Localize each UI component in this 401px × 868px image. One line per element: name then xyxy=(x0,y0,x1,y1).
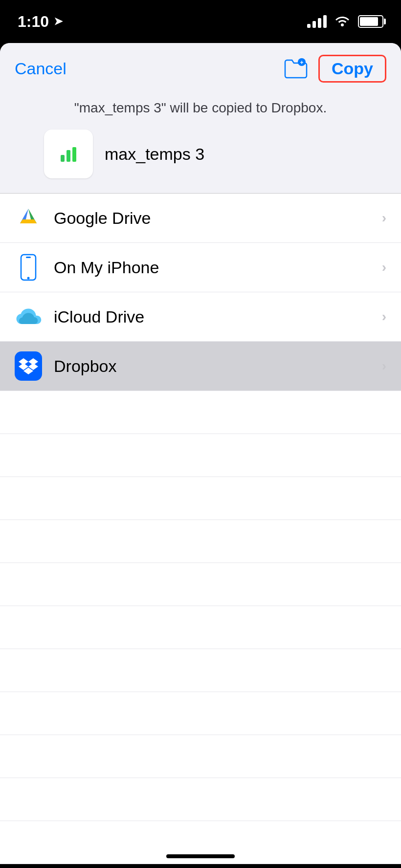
location-item-google-drive[interactable]: Google Drive › xyxy=(0,194,401,243)
icloud-icon xyxy=(15,303,42,330)
empty-row xyxy=(0,735,401,778)
status-time: 1:10 ➤ xyxy=(18,13,63,31)
dropbox-icon xyxy=(15,352,42,380)
nav-bar: Cancel + Copy xyxy=(0,43,401,90)
svg-point-12 xyxy=(27,277,30,280)
svg-rect-11 xyxy=(26,257,31,258)
signal-strength-icon xyxy=(307,15,327,28)
location-item-icloud[interactable]: iCloud Drive › xyxy=(0,292,401,342)
file-icon xyxy=(44,130,93,178)
time-display: 1:10 xyxy=(18,13,49,31)
empty-row xyxy=(0,520,401,563)
chevron-icon: › xyxy=(382,358,386,374)
cancel-button[interactable]: Cancel xyxy=(15,59,67,78)
empty-row xyxy=(0,563,401,606)
status-bar: 1:10 ➤ xyxy=(0,0,401,43)
new-folder-button[interactable]: + xyxy=(283,58,309,80)
copy-button[interactable]: Copy xyxy=(318,55,386,83)
empty-row xyxy=(0,391,401,434)
google-drive-label: Google Drive xyxy=(54,209,382,228)
empty-row xyxy=(0,649,401,692)
empty-row xyxy=(0,778,401,821)
svg-rect-4 xyxy=(67,150,70,162)
iphone-label: On My iPhone xyxy=(54,258,382,277)
icloud-label: iCloud Drive xyxy=(54,307,382,326)
svg-rect-10 xyxy=(21,255,36,280)
svg-rect-3 xyxy=(61,155,65,162)
chevron-icon: › xyxy=(382,210,386,226)
home-indicator xyxy=(166,854,235,858)
location-list: Google Drive › On My iPhone › xyxy=(0,194,401,391)
file-preview: max_temps 3 xyxy=(15,130,386,178)
svg-rect-5 xyxy=(72,147,76,162)
svg-marker-9 xyxy=(20,219,37,223)
file-name-label: max_temps 3 xyxy=(105,145,204,164)
location-item-iphone[interactable]: On My iPhone › xyxy=(0,243,401,292)
empty-row xyxy=(0,606,401,649)
nav-right-actions: + Copy xyxy=(283,55,386,83)
dropbox-label: Dropbox xyxy=(54,357,382,376)
empty-location-rows xyxy=(0,391,401,864)
chevron-icon: › xyxy=(382,309,386,325)
empty-row xyxy=(0,477,401,520)
iphone-icon xyxy=(15,254,42,281)
google-drive-icon xyxy=(15,204,42,232)
copy-info-text: "max_temps 3" will be copied to Dropbox. xyxy=(15,100,386,116)
file-info-section: "max_temps 3" will be copied to Dropbox.… xyxy=(0,90,401,193)
chevron-icon: › xyxy=(382,260,386,275)
content-area: Cancel + Copy "max_temps 3" will be copi… xyxy=(0,43,401,864)
svg-text:+: + xyxy=(300,59,303,66)
location-icon: ➤ xyxy=(54,15,63,28)
location-item-dropbox[interactable]: Dropbox › xyxy=(0,342,401,391)
empty-row xyxy=(0,434,401,477)
empty-row xyxy=(0,692,401,735)
status-right-icons xyxy=(307,14,383,30)
wifi-icon xyxy=(334,14,350,30)
battery-icon xyxy=(358,15,383,28)
